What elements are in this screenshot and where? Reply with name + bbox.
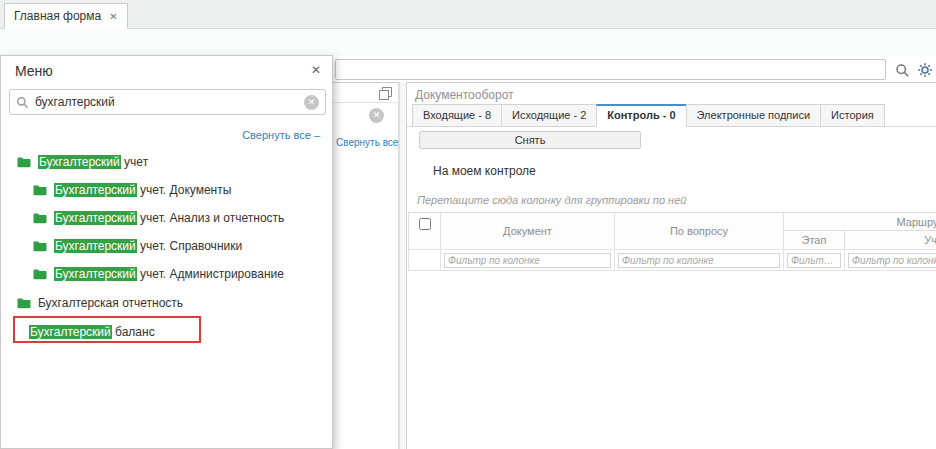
tab-incoming[interactable]: Входящие - 8 [412, 104, 502, 127]
window-tabbar: Главная форма ✕ [0, 0, 936, 29]
search-icon [16, 96, 29, 109]
folder-icon [17, 157, 31, 168]
header-select-cell [408, 212, 441, 250]
tab-close-icon[interactable]: ✕ [109, 11, 117, 22]
remove-control-button[interactable]: Снять [419, 131, 641, 149]
menu-item-label: Бухгалтерский учет. Администрирование [54, 267, 284, 281]
tab-signatures[interactable]: Электронные подписи [686, 104, 822, 127]
app-window: Главная форма ✕ ✕ Свернуть все – Докумен… [0, 0, 936, 449]
filter-question-cell [614, 249, 784, 271]
folder-icon [17, 298, 31, 309]
clear-icon[interactable]: ✕ [369, 108, 384, 123]
collapse-minus-icon: – [314, 129, 320, 141]
filter-select-cell [408, 249, 441, 271]
tab-outgoing[interactable]: Исходящие - 2 [501, 104, 597, 127]
toolbar [0, 29, 936, 56]
search-icon[interactable] [893, 61, 911, 79]
column-group-route[interactable]: Маршрут [783, 212, 936, 231]
tab-history[interactable]: История [820, 104, 885, 127]
filter-question-input[interactable] [618, 253, 780, 268]
nav-panel-divider [333, 102, 399, 103]
folder-icon [33, 241, 47, 252]
section-title: На моем контроле [433, 164, 536, 178]
menu-item-label: Бухгалтерская отчетность [38, 296, 183, 310]
folder-icon [33, 213, 47, 224]
menu-tree-item-buh-uchet[interactable]: Бухгалтерский учет [1, 149, 332, 175]
column-header-stage[interactable]: Этап [783, 230, 845, 250]
settings-icon[interactable] [916, 61, 934, 79]
tab-main-form-label: Главная форма [14, 9, 101, 23]
panel-splitter[interactable] [399, 82, 407, 449]
collapse-all-link[interactable]: Свернуть все – [242, 129, 320, 141]
folder-icon [33, 269, 47, 280]
column-header-document[interactable]: Документ [440, 212, 615, 250]
tab-main-form[interactable]: Главная форма ✕ [4, 3, 128, 29]
menu-popup: Меню ✕ ✕ Свернуть все – Бухгалтерский уч… [0, 55, 333, 449]
menu-tree-item-documents[interactable]: Бухгалтерский учет. Документы [1, 177, 332, 203]
menu-tree-item-reporting[interactable]: Бухгалтерская отчетность [1, 290, 332, 316]
docflow-tabs: Входящие - 8 Исходящие - 2 Контроль - 0 … [412, 104, 885, 127]
clear-search-icon[interactable]: ✕ [304, 95, 319, 110]
column-header-question[interactable]: По вопросу [614, 212, 784, 250]
menu-item-label: Бухгалтерский учет [38, 155, 148, 169]
menu-tree-item-balance[interactable]: Бухгалтерский баланс [1, 319, 332, 345]
folder-icon [33, 185, 47, 196]
filter-stage-cell [783, 249, 845, 271]
group-by-drop-zone[interactable]: Перетащите сюда колонку для группировки … [417, 194, 686, 206]
menu-tree-item-analysis[interactable]: Бухгалтерский учет. Анализ и отчетность [1, 205, 332, 231]
menu-tree-item-administration[interactable]: Бухгалтерский учет. Администрирование [1, 261, 332, 287]
menu-item-label: Бухгалтерский учет. Документы [54, 183, 231, 197]
filter-document-cell [440, 249, 615, 271]
menu-item-label: Бухгалтерский баланс [29, 325, 155, 339]
menu-item-label: Бухгалтерский учет. Справочники [54, 239, 242, 253]
menu-close-icon[interactable]: ✕ [311, 63, 321, 77]
dock-panel-icon[interactable] [378, 86, 392, 100]
collapse-all-link[interactable]: Свернуть все – [336, 137, 407, 148]
menu-item-label: Бухгалтерский учет. Анализ и отчетность [54, 211, 284, 225]
menu-tree-item-reference[interactable]: Бухгалтерский учет. Справочники [1, 233, 332, 259]
filter-stage-input[interactable] [787, 253, 841, 268]
filter-document-input[interactable] [444, 253, 611, 268]
menu-search-box: ✕ [9, 89, 326, 115]
global-search-input[interactable] [335, 59, 886, 80]
menu-search-input[interactable] [35, 95, 298, 109]
tab-control[interactable]: Контроль - 0 [596, 104, 686, 127]
filter-participants-cell [844, 249, 936, 271]
select-all-checkbox[interactable] [419, 218, 431, 230]
filter-participants-input[interactable] [848, 253, 936, 268]
docflow-title: Документооборот [415, 88, 514, 102]
menu-title: Меню [15, 63, 53, 79]
column-header-participants[interactable]: Участники [844, 230, 936, 250]
